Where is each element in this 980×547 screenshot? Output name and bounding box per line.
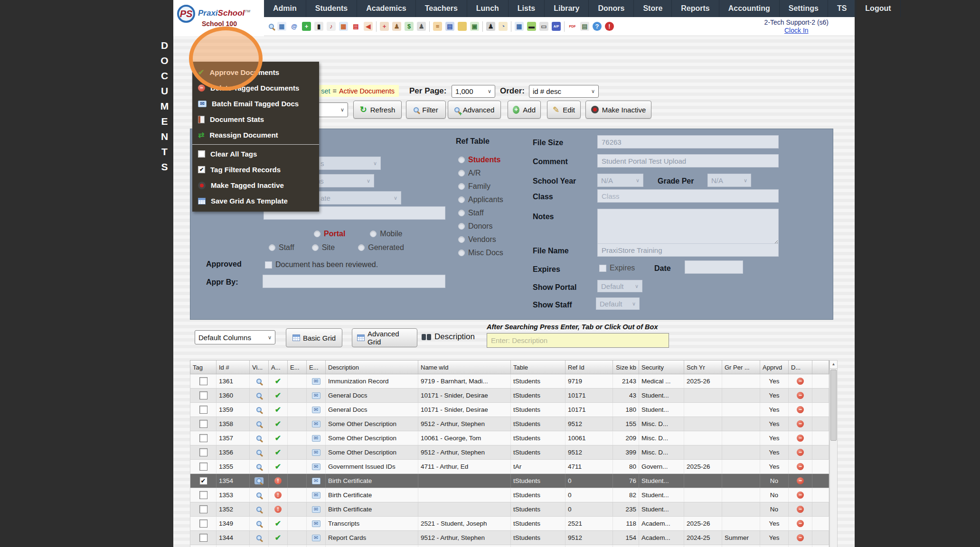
column-header-table[interactable]: Table [511, 361, 565, 374]
per-page-select[interactable]: 1,000∨ [452, 85, 495, 98]
tag-checkbox[interactable] [199, 534, 207, 542]
tag-checkbox[interactable] [199, 377, 207, 385]
delete-icon[interactable]: − [797, 392, 804, 399]
help-icon[interactable]: ? [593, 22, 602, 31]
table-row-1349[interactable]: 1349✔✉Transcripts2521 - Student, Josepht… [190, 517, 829, 531]
mobile-radio[interactable] [370, 231, 377, 237]
tag-checkbox[interactable] [199, 420, 207, 428]
view-icon[interactable] [256, 393, 262, 398]
show-staff-select[interactable]: Default∨ [596, 297, 640, 310]
school-year-select[interactable]: N/A∨ [597, 174, 643, 187]
column-header-e[interactable]: E... [288, 361, 307, 374]
column-header-apprvd[interactable]: Apprvd [760, 361, 789, 374]
export-icon[interactable]: ▤ [580, 22, 589, 31]
column-header-tag[interactable]: Tag [190, 361, 217, 374]
ref-table-option-staff[interactable]: Staff [458, 209, 503, 217]
staff-radio[interactable] [269, 244, 275, 251]
order-select[interactable]: id # desc∨ [529, 85, 599, 98]
ref-table-option-donors[interactable]: Donors [458, 222, 503, 231]
table-scrollbar[interactable]: ▲ [829, 360, 838, 547]
table-row-1352[interactable]: 1352!✉Birth CertificatetStudents0235Stud… [190, 502, 829, 517]
nav-item-logout[interactable]: Logout [856, 0, 900, 17]
view-icon[interactable] [256, 436, 262, 441]
ref-table-option-students[interactable]: Students [458, 156, 503, 164]
table-row-1357[interactable]: 1357✔✉Some Other Description10061 - Geor… [190, 431, 829, 445]
table-row-1340[interactable]: 1340✔✉Some Other Description9512 - Arthu… [190, 545, 829, 547]
class-field[interactable] [597, 189, 779, 203]
column-header-security[interactable]: Security [639, 361, 684, 374]
view-icon[interactable] [256, 492, 262, 498]
nav-item-library[interactable]: Library [545, 0, 589, 17]
view-icon[interactable] [256, 421, 262, 426]
money-icon[interactable]: $ [405, 22, 414, 31]
file-size-field[interactable] [597, 135, 779, 148]
view-icon[interactable] [256, 478, 262, 483]
tag-checkbox[interactable] [199, 448, 207, 456]
nav-item-teachers[interactable]: Teachers [416, 0, 467, 17]
search-icon[interactable] [269, 24, 274, 29]
make-inactive-button[interactable]: Make Inactive [585, 101, 651, 119]
view-icon[interactable] [256, 521, 262, 526]
ref-table-option-family[interactable]: Family [458, 182, 503, 191]
nav-item-accounting[interactable]: Accounting [719, 0, 780, 17]
delete-icon[interactable]: − [797, 477, 804, 484]
tag-checkbox[interactable]: ✔ [199, 477, 207, 485]
register-icon[interactable]: ▬ [527, 22, 536, 31]
menu-item-batch-email-tagged-docs[interactable]: ✉Batch Email Tagged Docs [192, 96, 319, 111]
delete-icon[interactable]: − [797, 406, 804, 413]
radio-icon[interactable] [458, 196, 465, 203]
filter-button[interactable]: Filter [406, 101, 446, 119]
site-radio[interactable] [312, 244, 319, 251]
expires-checkbox[interactable] [599, 265, 606, 272]
column-header-name-wid[interactable]: Name wId [418, 361, 511, 374]
table-row-1361[interactable]: 1361✔✉Immunization Record9719 - Barnhart… [190, 374, 829, 389]
menu-item-document-stats[interactable]: Document Stats [192, 111, 319, 127]
nav-item-academics[interactable]: Academics [357, 0, 416, 17]
tag-checkbox[interactable] [199, 406, 207, 414]
table-row-1356[interactable]: 1356✔✉Some Other Description9512 - Arthu… [190, 445, 829, 460]
email-icon[interactable]: ✉ [312, 492, 320, 499]
chat-icon[interactable]: + [302, 22, 311, 31]
menu-item-delete-tagged-documents[interactable]: −Delete Tagged Documents [192, 80, 319, 96]
printer-icon[interactable]: ▭ [539, 22, 548, 31]
nav-item-students[interactable]: Students [306, 0, 357, 17]
tag-checkbox[interactable] [199, 505, 207, 513]
menu-item-clear-all-tags[interactable]: Clear All Tags [192, 146, 319, 162]
radio-icon[interactable] [458, 223, 465, 230]
nav-item-admin[interactable]: Admin [264, 0, 306, 17]
email-icon[interactable]: ✉ [312, 392, 320, 399]
tag-checkbox[interactable] [199, 519, 207, 528]
scrollbar-thumb[interactable] [830, 370, 837, 441]
delete-icon[interactable]: − [797, 520, 804, 527]
nav-item-lists[interactable]: Lists [509, 0, 545, 17]
email-icon[interactable]: ✉ [312, 378, 320, 385]
column-header-sch-yr[interactable]: Sch Yr [684, 361, 722, 374]
schedule-grid-icon[interactable]: ▦ [277, 22, 286, 31]
expires-date-field[interactable] [685, 260, 743, 274]
view-icon[interactable] [256, 464, 262, 469]
columns-select[interactable]: Default Columns∨ [195, 330, 275, 344]
column-header-id[interactable]: Id # [217, 361, 250, 374]
email-icon[interactable]: ✉ [312, 535, 320, 541]
advanced-button[interactable]: Advanced [448, 101, 501, 119]
edit-button[interactable]: ✎Edit [547, 101, 581, 119]
email-icon[interactable]: ✉ [312, 407, 320, 413]
tag-checkbox[interactable] [199, 391, 207, 399]
ref-table-option-applicants[interactable]: Applicants [458, 195, 503, 204]
table-row-1344[interactable]: 1344✔✉Report Cards9512 - Arthur, Stephen… [190, 531, 829, 545]
audio-icon[interactable]: ♪ [327, 22, 336, 31]
library-icon[interactable]: ▤ [445, 22, 454, 31]
view-icon[interactable] [256, 407, 262, 412]
delete-icon[interactable]: − [797, 420, 804, 427]
email-at-icon[interactable]: @ [290, 22, 299, 31]
email-icon[interactable]: ✉ [312, 449, 320, 456]
family-icon[interactable]: ♟ [417, 22, 426, 31]
email-icon[interactable]: ✉ [312, 435, 320, 442]
advanced-grid-button[interactable]: Advanced Grid [352, 328, 417, 347]
reviewed-checkbox[interactable] [265, 261, 272, 269]
show-portal-select[interactable]: Default∨ [597, 280, 642, 292]
refresh-button[interactable]: ↻Refresh [353, 101, 402, 119]
radio-icon[interactable] [458, 170, 465, 176]
view-icon[interactable] [256, 379, 262, 384]
add-button[interactable]: +Add [508, 101, 541, 119]
